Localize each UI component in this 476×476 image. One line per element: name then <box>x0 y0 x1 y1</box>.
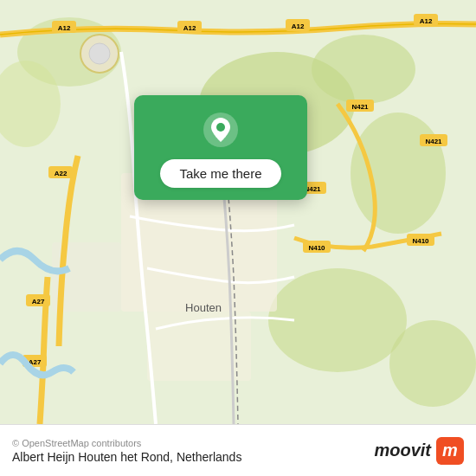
svg-text:Houten: Houten <box>185 301 222 314</box>
svg-text:A22: A22 <box>55 170 68 177</box>
svg-text:A12: A12 <box>58 24 71 32</box>
svg-point-2 <box>312 35 415 104</box>
svg-text:N410: N410 <box>412 237 429 245</box>
location-pin-icon <box>202 111 240 149</box>
svg-point-3 <box>351 113 446 234</box>
svg-point-39 <box>216 123 225 132</box>
svg-point-7 <box>389 320 476 407</box>
svg-text:A12: A12 <box>292 23 305 30</box>
location-name: Albert Heijn Houten het Rond, Netherland… <box>12 450 241 464</box>
attribution-text: © OpenStreetMap contributors <box>12 438 241 448</box>
popup-card[interactable]: Take me there <box>134 95 307 200</box>
moovit-m-icon: m <box>436 437 464 465</box>
svg-text:N421: N421 <box>425 138 442 145</box>
svg-text:A27: A27 <box>32 298 45 306</box>
svg-text:A12: A12 <box>183 24 196 32</box>
bottom-left-info: © OpenStreetMap contributors Albert Heij… <box>12 438 241 464</box>
svg-text:N410: N410 <box>308 244 325 252</box>
moovit-text: moovit <box>374 441 431 460</box>
moovit-logo: moovit m <box>374 437 464 465</box>
svg-text:N421: N421 <box>351 103 369 111</box>
map-background: A12 A12 A12 A12 A22 A27 A27 N421 N421 N4… <box>0 0 476 424</box>
take-me-there-button[interactable]: Take me there <box>160 159 280 188</box>
svg-point-37 <box>89 43 110 64</box>
svg-text:A12: A12 <box>420 17 433 25</box>
map-container: A12 A12 A12 A12 A22 A27 A27 N421 N421 N4… <box>0 0 476 424</box>
bottom-bar: © OpenStreetMap contributors Albert Heij… <box>0 424 476 476</box>
